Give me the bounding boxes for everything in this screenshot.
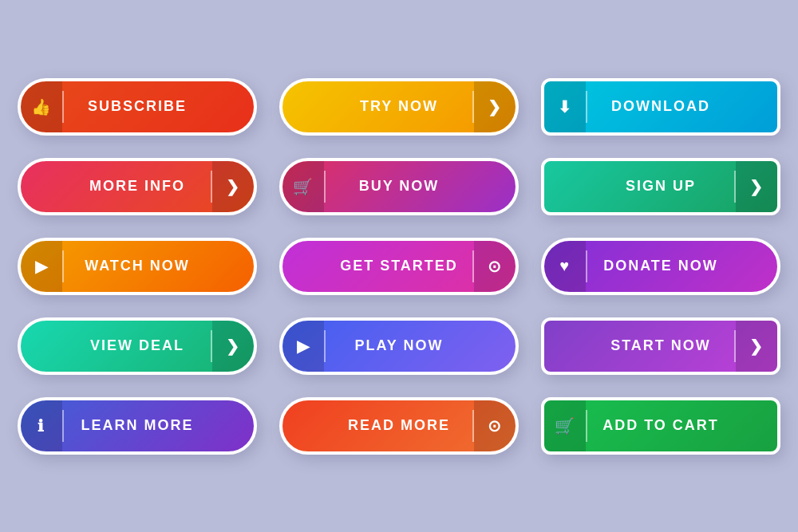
divider	[586, 410, 587, 442]
divider	[324, 171, 326, 203]
divider	[62, 410, 64, 442]
arrow-right-icon: ❯	[736, 321, 777, 372]
buy-now-button[interactable]: 🛒 BUY NOW	[279, 158, 519, 215]
arrow-right-icon: ❯	[212, 161, 254, 212]
circle-arrow-icon: ⊙	[474, 241, 516, 292]
try-now-button[interactable]: TRY NOW ❯	[279, 78, 519, 136]
cart-icon: 🛒	[282, 161, 324, 212]
get-started-button[interactable]: GET STARTED ⊙	[279, 238, 519, 295]
cart-icon: 🛒	[544, 400, 586, 451]
watch-now-button[interactable]: ▶ WATCH NOW	[18, 238, 257, 295]
download-button[interactable]: ⬇ DOWNLOAD	[541, 78, 780, 136]
circle-arrow-icon: ⊙	[474, 400, 516, 451]
play-icon: ▶	[282, 321, 324, 372]
play-icon: ▶	[21, 241, 62, 292]
divider	[586, 91, 587, 123]
add-to-cart-button[interactable]: 🛒 ADD TO CART	[541, 397, 780, 455]
start-now-button[interactable]: START NOW ❯	[541, 317, 780, 375]
info-icon: ℹ	[21, 400, 62, 451]
donate-now-button[interactable]: ♥ DONATE NOW	[541, 238, 780, 295]
divider	[324, 330, 326, 362]
subscribe-button[interactable]: 👍 SUBSCRIBE	[18, 78, 257, 136]
arrow-right-icon: ❯	[212, 321, 254, 372]
arrow-right-icon: ❯	[736, 161, 777, 212]
download-icon: ⬇	[544, 81, 586, 132]
heart-icon: ♥	[544, 241, 586, 292]
thumbs-up-icon: 👍	[21, 81, 62, 132]
learn-more-button[interactable]: ℹ LEARN MORE	[18, 397, 257, 455]
arrow-right-icon: ❯	[474, 81, 516, 132]
sign-up-button[interactable]: SIGN UP ❯	[541, 158, 780, 215]
button-grid: 👍 SUBSCRIBE TRY NOW ❯ ⬇ DOWNLOAD MORE IN…	[0, 46, 798, 487]
read-more-button[interactable]: READ MORE ⊙	[279, 397, 519, 455]
play-now-button[interactable]: ▶ PLAY NOW	[279, 317, 519, 375]
more-info-button[interactable]: MORE INFO ❯	[18, 158, 257, 215]
view-deal-button[interactable]: VIEW DEAL ❯	[18, 317, 257, 375]
divider	[586, 250, 587, 282]
divider	[62, 91, 64, 123]
divider	[62, 250, 64, 282]
